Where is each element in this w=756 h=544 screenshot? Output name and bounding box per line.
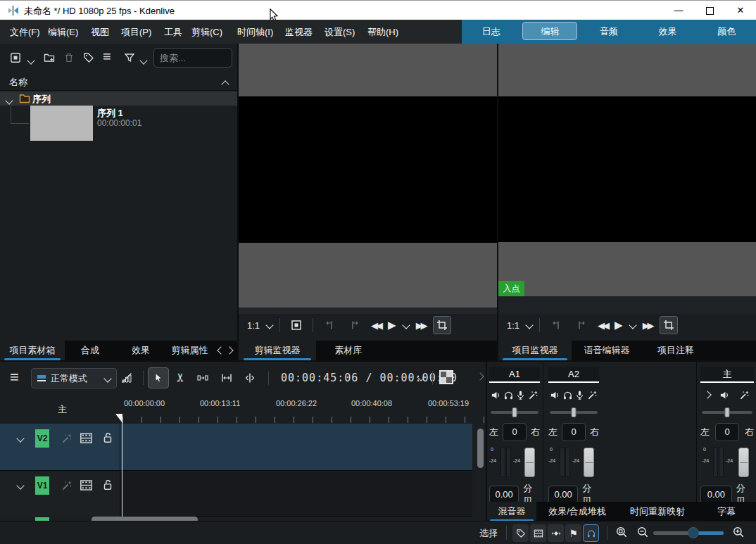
track-effects-icon[interactable] [61, 432, 73, 444]
track-video-icon[interactable] [80, 431, 93, 445]
zone-mode-button[interactable] [660, 316, 678, 334]
audio-thumbnails-button[interactable] [548, 524, 564, 542]
rewind-button[interactable]: ◀◀ [371, 320, 381, 331]
menu-help[interactable]: 帮助(H) [367, 26, 398, 39]
monitor-zoom-level[interactable]: 1:1 [507, 320, 519, 331]
pan-value[interactable]: 0 [715, 423, 739, 441]
play-button[interactable]: ▶ [388, 319, 396, 331]
close-button[interactable]: ✕ [725, 1, 756, 20]
mute-icon[interactable] [491, 389, 501, 400]
play-button[interactable]: ▶ [615, 319, 623, 331]
menu-edit[interactable]: 编辑(E) [48, 26, 78, 39]
playhead[interactable] [122, 415, 122, 517]
tab-library[interactable]: 素材库 [316, 341, 381, 360]
clip-monitor-video[interactable] [239, 96, 497, 243]
solo-icon[interactable] [562, 389, 573, 400]
tab-clip-properties[interactable]: 剪辑属性 [166, 341, 213, 360]
project-monitor-seekbar[interactable] [498, 296, 756, 314]
record-icon[interactable] [515, 389, 526, 400]
create-folder-button[interactable] [44, 51, 55, 63]
add-clip-dropdown-icon[interactable] [28, 55, 34, 65]
expand-icon[interactable] [703, 391, 711, 398]
track-collapse-icon[interactable] [16, 434, 24, 442]
expand-icon[interactable] [6, 95, 12, 106]
record-icon[interactable] [574, 389, 585, 400]
tab-project-monitor[interactable]: 项目监视器 [498, 341, 572, 360]
workspace-tab-effects[interactable]: 效果 [638, 20, 698, 44]
collapse-icon[interactable] [222, 79, 228, 89]
forward-button[interactable]: ▶▶ [416, 320, 426, 331]
tag-filter-button[interactable] [512, 524, 529, 542]
bin-folder-row[interactable]: 序列 [0, 91, 237, 106]
mute-icon[interactable] [550, 389, 560, 400]
bin-menu-button[interactable]: ≡ [103, 49, 111, 63]
play-dropdown-icon[interactable] [402, 321, 410, 329]
track-row-v2[interactable]: V2 [0, 424, 472, 471]
tab-mixer[interactable]: 混音器 [487, 502, 536, 521]
menu-file[interactable]: 文件(F) [10, 26, 40, 39]
zone-out-button[interactable] [572, 316, 591, 334]
pan-slider[interactable] [700, 407, 754, 417]
toolbar-overflow-icon[interactable] [476, 372, 484, 380]
vertical-scrollbar[interactable] [477, 429, 484, 468]
filter-dropdown-icon[interactable] [141, 55, 146, 65]
volume-fader[interactable] [584, 448, 594, 477]
pan-value[interactable]: 0 [503, 423, 527, 441]
play-dropdown-icon[interactable] [629, 321, 636, 329]
effects-icon[interactable] [739, 389, 750, 400]
tab-effects[interactable]: 效果 [115, 341, 166, 360]
tab-effect-stack[interactable]: 效果/合成堆栈 [536, 502, 618, 521]
split-tool-button[interactable] [244, 372, 256, 384]
pan-slider-handle[interactable] [725, 407, 730, 417]
spacer-tool-button[interactable] [197, 372, 208, 384]
tab-compositions[interactable]: 合成 [65, 341, 115, 360]
audio-mix-button[interactable] [121, 372, 132, 384]
volume-fader[interactable] [524, 448, 535, 477]
thumbnails-button[interactable] [530, 524, 546, 542]
monitor-zoom-level[interactable]: 1:1 [247, 320, 260, 331]
scroll-right-icon[interactable] [225, 346, 233, 354]
track-row-v1[interactable]: V1 [0, 472, 472, 517]
timeline-ruler[interactable]: 主 00:00:00:00 00:00:13:11 00:00:26:22 00… [0, 399, 486, 424]
zoom-dropdown-icon[interactable] [525, 321, 533, 329]
menu-timeline[interactable]: 时间轴(I) [237, 26, 273, 39]
clip-monitor-seekbar[interactable] [239, 308, 497, 314]
track-name-badge[interactable]: V2 [35, 429, 49, 448]
zone-in-button[interactable] [547, 316, 565, 334]
master-track-button[interactable]: 主 [58, 403, 67, 416]
minimize-button[interactable]: — [663, 1, 694, 20]
timeline-zoom-slider[interactable] [653, 531, 724, 535]
track-lock-icon[interactable] [101, 479, 114, 491]
search-input[interactable] [153, 48, 232, 68]
zoom-in-button[interactable] [732, 526, 745, 538]
menu-project[interactable]: 项目(P) [121, 26, 151, 39]
zone-mode-button[interactable] [433, 316, 451, 334]
channel-name[interactable]: A2 [548, 367, 599, 383]
workspace-tab-editing[interactable]: 编辑 [521, 20, 580, 44]
selection-tool-button[interactable] [148, 367, 169, 388]
menu-monitor[interactable]: 监视器 [285, 26, 313, 39]
tab-subtitles[interactable]: 字幕 [697, 502, 756, 521]
bin-clip-item[interactable]: 序列 1 00:00:00:01 [0, 106, 237, 141]
bin-name-header[interactable]: 名称 [0, 72, 237, 91]
track-lock-icon[interactable] [101, 431, 114, 444]
monitor-overlay-button[interactable] [287, 316, 305, 334]
tab-time-remap[interactable]: 时间重新映射 [618, 502, 697, 521]
mute-icon[interactable] [719, 389, 730, 400]
zone-in-button[interactable] [320, 316, 339, 334]
pan-slider-handle[interactable] [512, 407, 517, 417]
rewind-button[interactable]: ◀◀ [598, 320, 607, 331]
razor-tool-button[interactable]: ✂ [173, 372, 188, 382]
zoom-out-button[interactable] [636, 526, 649, 538]
workspace-tab-audio[interactable]: 音频 [579, 20, 638, 44]
zone-out-button[interactable] [346, 316, 364, 334]
workspace-tab-color[interactable]: 颜色 [697, 20, 756, 44]
forward-button[interactable]: ▶▶ [643, 320, 653, 331]
menu-settings[interactable]: 设置(S) [325, 26, 355, 39]
markers-button[interactable]: ⚑ [565, 524, 581, 542]
channel-name[interactable]: A1 [489, 367, 540, 383]
channel-name[interactable]: 主 [700, 367, 754, 383]
filter-button[interactable] [124, 51, 135, 63]
zoom-dropdown-icon[interactable] [265, 321, 273, 329]
solo-icon[interactable] [503, 389, 514, 400]
